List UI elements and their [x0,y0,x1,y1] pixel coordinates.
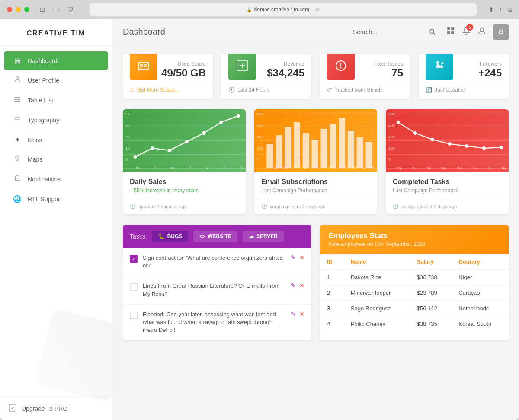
stat-footer-followers: 🔄 Just Updated [419,83,509,99]
browser-nav: ‹ › [52,6,60,13]
page-title: Dashboard [123,27,165,37]
notifications-bell-icon[interactable]: 5 [462,26,471,37]
cell-salary-3: $56,142 [410,301,452,316]
cell-id-3: 3 [320,301,344,316]
sidebar-item-typography[interactable]: Typography [4,111,108,130]
sidebar-item-rtl-support[interactable]: 🌐 RTL Support [4,190,108,208]
upgrade-pro-btn[interactable]: Upgrade To PRO [0,397,112,420]
table-row: 3 Sage Rodriguez $56,142 Netherlands [320,301,509,316]
svg-rect-16 [138,62,149,69]
sidebar-item-table-list[interactable]: Table List [4,91,108,110]
cell-salary-4: $38,735 [410,316,452,332]
line-chart-svg-1 [123,109,246,172]
sidebar-item-notifications[interactable]: Notifications [4,170,108,189]
task-checkbox-3[interactable] [130,312,138,319]
table-header-row: ID Name Salary Country [320,254,509,270]
completed-tasks-subtitle: Last Campaign Performance [393,188,502,194]
stat-card-top-used-space: Used Space 49/50 GB [123,54,213,83]
search-input[interactable] [353,29,422,35]
task-checkbox-1[interactable]: ✓ [130,255,138,263]
cell-id-4: 4 [320,316,344,332]
sidebar-item-dashboard[interactable]: ▦ Dashboard [4,51,108,70]
website-icon: <> [199,234,205,239]
chart-point [465,144,469,148]
used-space-icon [130,54,157,80]
sidebar-item-user-profile[interactable]: User Profile [4,71,108,90]
sidebar-item-icons[interactable]: ✦ Icons [4,130,108,149]
chart-x-labels-2: J F M A M J J A S O N D [266,166,375,170]
task-text-1: Sign contract for "What are conference o… [143,254,285,270]
tabs-btn[interactable]: ⧉ [508,6,512,13]
new-tab-btn[interactable]: + [499,6,503,13]
stat-footer-revenue: 🕐 Last 24 Hours [221,83,311,99]
sidebar-item-maps[interactable]: Maps [4,150,108,169]
email-subs-footer: 🕐 campaign sent 2 days ago [254,200,377,214]
bar [348,131,354,168]
share-btn[interactable]: ⬆ [489,6,494,13]
tasks-panel: Tasks: 🐛 BUGS <> WEBSITE ☁ S [123,225,311,340]
task-delete-btn-1[interactable]: ✕ [299,254,304,261]
topbar-right: 5 ⚙ [353,24,509,40]
task-checkbox-2[interactable] [130,283,138,291]
svg-point-15 [480,28,484,31]
settings-gear-btn[interactable]: ⚙ [493,24,509,40]
bar [312,140,318,168]
back-btn[interactable]: ‹ [52,6,54,13]
bar [276,135,282,168]
stat-info-fixed-issues: Fixed Issues 75 [374,61,403,79]
stat-card-fixed-issues: Fixed Issues 75 🏷 Tracked from Github [320,54,410,99]
close-dot[interactable] [7,7,12,12]
completed-tasks-chart-area: 800 600 400 200 0 [386,109,509,172]
task-actions-2: ✎ ✕ [291,282,304,289]
stat-info-used-space: Used Space 49/50 GB [161,61,206,79]
sidebar-item-label-maps: Maps [28,156,42,163]
get-more-space-link[interactable]: Get More Space... [137,87,179,93]
fixed-issues-icon [327,54,355,80]
user-profile-icon [13,76,22,85]
content-area: Used Space 49/50 GB ⚠ Get More Space... [112,45,519,349]
email-subs-subtitle: Last Campaign Performance [261,188,370,194]
chart-point [500,146,503,149]
task-edit-btn-3[interactable]: ✎ [291,311,296,318]
stat-value-used-space: 49/50 GB [161,67,206,79]
tasks-tab-server[interactable]: ☁ SERVER [243,231,284,242]
task-delete-btn-3[interactable]: ✕ [299,311,304,318]
task-delete-btn-2[interactable]: ✕ [299,282,304,289]
task-edit-btn-2[interactable]: ✎ [291,282,296,289]
clock-icon-3: 🕐 [261,204,267,209]
tasks-tab-website[interactable]: <> WEBSITE [193,231,237,242]
stat-label-used-space: Used Space [161,61,206,67]
chart-card-completed-tasks: 800 600 400 200 0 [386,109,509,214]
cell-name-3: Sage Rodriguez [344,301,410,316]
task-edit-btn-1[interactable]: ✎ [291,254,296,261]
chart-point [219,121,223,124]
stat-label-fixed-issues: Fixed Issues [374,61,403,67]
chart-point [397,121,400,124]
minimize-dot[interactable] [16,7,21,12]
tag-icon: 🏷 [327,87,332,93]
daily-sales-chart-area: 40 30 20 10 0 [123,109,246,172]
chart-point [413,131,417,135]
svg-line-10 [433,33,435,35]
col-id: ID [320,254,344,270]
maximize-dot[interactable] [24,7,29,12]
bar [365,142,372,168]
stat-footer-used-space: ⚠ Get More Space... [123,83,213,99]
tasks-tab-bugs[interactable]: 🐛 BUGS [152,231,189,242]
reload-btn[interactable]: ↻ [315,6,320,13]
address-bar[interactable]: 🔒 demos.creative-tim.com ↻ [90,3,477,16]
stat-footer-text-revenue: Last 24 Hours [237,87,270,93]
bar [266,144,273,168]
sidebar-toggle-btn[interactable]: ⊟ [40,6,45,13]
svg-point-7 [17,157,18,158]
user-account-icon[interactable] [477,26,486,37]
sidebar-item-label-typography: Typography [28,117,59,124]
refresh-icon: 🔄 [426,87,432,93]
search-button[interactable] [426,25,439,39]
chart-card-daily-sales: 40 30 20 10 0 [123,109,246,214]
dashboard-squares-icon[interactable] [446,26,455,37]
forward-btn[interactable]: › [58,6,60,13]
task-actions-3: ✎ ✕ [291,311,304,318]
revenue-icon [228,54,256,80]
search-box [353,25,439,39]
